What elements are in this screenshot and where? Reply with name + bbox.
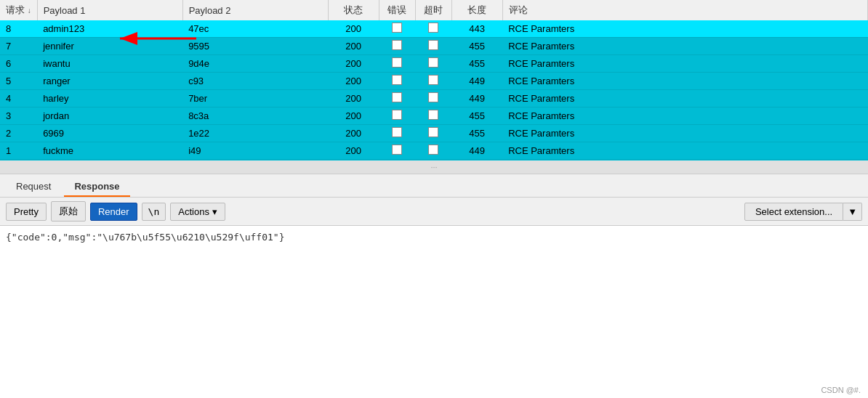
- col-header-status[interactable]: 状态: [328, 0, 379, 20]
- table-cell: 47ec: [182, 20, 328, 38]
- table-cell[interactable]: [415, 55, 451, 73]
- table-cell[interactable]: [379, 90, 415, 107]
- checkbox[interactable]: [428, 127, 438, 137]
- table-cell: 233f: [182, 160, 328, 161]
- table-cell: 455: [451, 107, 502, 125]
- checkbox[interactable]: [392, 40, 402, 50]
- table-cell[interactable]: [379, 107, 415, 125]
- table-cell: 455: [451, 55, 502, 73]
- table-cell[interactable]: [415, 90, 451, 107]
- checkbox[interactable]: [392, 23, 402, 33]
- table-cell: jennifer: [37, 38, 182, 55]
- bottom-tabs: Request Response: [0, 174, 868, 197]
- checkbox[interactable]: [428, 57, 438, 68]
- checkbox[interactable]: [392, 110, 402, 120]
- table-cell[interactable]: [415, 107, 451, 125]
- table-cell: harley: [37, 90, 182, 107]
- tab-response[interactable]: Response: [64, 177, 129, 197]
- table-cell[interactable]: [415, 142, 451, 160]
- table-cell: RCE Paramters: [502, 73, 867, 90]
- main-container: 请求 ↓ Payload 1 Payload 2 状态: [0, 0, 868, 398]
- checkbox[interactable]: [392, 92, 402, 102]
- checkbox[interactable]: [392, 75, 402, 85]
- table-cell[interactable]: [379, 160, 415, 161]
- table-cell: 200: [328, 142, 379, 160]
- checkbox[interactable]: [428, 40, 438, 50]
- checkbox[interactable]: [392, 57, 402, 68]
- table-cell: 7ber: [182, 90, 328, 107]
- checkbox[interactable]: [428, 92, 438, 102]
- table-cell: 6969: [37, 125, 182, 142]
- table-cell: 200: [328, 125, 379, 142]
- table-cell: RCE Paramters: [502, 90, 867, 107]
- checkbox[interactable]: [428, 75, 438, 85]
- actions-dropdown-arrow: ▾: [212, 206, 217, 217]
- content-area: {"code":0,"msg":"\u767b\u5f55\u6210\u529…: [0, 225, 868, 398]
- table-cell: 443: [451, 20, 502, 38]
- backslash-button[interactable]: \n: [142, 203, 166, 221]
- pretty-button[interactable]: Pretty: [6, 203, 47, 221]
- render-button[interactable]: Render: [90, 203, 137, 221]
- col-header-request[interactable]: 请求 ↓: [0, 0, 37, 20]
- table-cell[interactable]: [379, 55, 415, 73]
- table-cell[interactable]: [379, 142, 415, 160]
- table-cell[interactable]: [415, 38, 451, 55]
- raw-button[interactable]: 原始: [51, 201, 86, 222]
- table-row[interactable]: 3jordan8c3a200455RCE Paramters: [0, 107, 868, 125]
- sort-arrow-request: ↓: [28, 7, 31, 15]
- checkbox[interactable]: [428, 145, 438, 155]
- table-cell: 0: [0, 160, 37, 161]
- col-header-payload1[interactable]: Payload 1: [37, 0, 182, 20]
- table-cell: ranger: [37, 73, 182, 90]
- table-row[interactable]: 1fuckmei49200449RCE Paramters: [0, 142, 868, 160]
- table-row[interactable]: 7jennifer9595200455RCE Paramters: [0, 38, 868, 55]
- table-cell: 455: [451, 38, 502, 55]
- table-cell: RCE Paramters: [502, 20, 867, 38]
- table-cell: 455: [451, 160, 502, 161]
- table-row[interactable]: 6iwantu9d4e200455RCE Paramters: [0, 55, 868, 73]
- table-cell: 449: [451, 73, 502, 90]
- table-cell: iwantu: [37, 55, 182, 73]
- table-cell: 5: [0, 73, 37, 90]
- table-cell: RCE Paramters: [502, 55, 867, 73]
- response-content: {"code":0,"msg":"\u767b\u5f55\u6210\u529…: [6, 232, 285, 243]
- table-cell[interactable]: [415, 20, 451, 38]
- col-header-timeout[interactable]: 超时: [415, 0, 451, 20]
- table-cell[interactable]: [415, 73, 451, 90]
- table-cell: RCE Paramters: [502, 125, 867, 142]
- table-row[interactable]: 0pass233f200455RCE Paramters: [0, 160, 868, 161]
- col-header-comment[interactable]: 评论: [502, 0, 867, 20]
- checkbox[interactable]: [428, 23, 438, 33]
- select-extension-dropdown[interactable]: ▼: [843, 203, 862, 221]
- table-cell[interactable]: [379, 73, 415, 90]
- table-cell: 200: [328, 90, 379, 107]
- table-cell[interactable]: [379, 38, 415, 55]
- table-cell: 200: [328, 73, 379, 90]
- col-header-payload2[interactable]: Payload 2: [182, 0, 328, 20]
- table-cell: fuckme: [37, 142, 182, 160]
- col-header-length[interactable]: 长度: [451, 0, 502, 20]
- table-row[interactable]: 5rangerc93200449RCE Paramters: [0, 73, 868, 90]
- tab-request[interactable]: Request: [6, 177, 61, 197]
- table-wrapper[interactable]: 请求 ↓ Payload 1 Payload 2 状态: [0, 0, 868, 161]
- table-cell: RCE Paramters: [502, 142, 867, 160]
- table-cell: 449: [451, 90, 502, 107]
- table-row[interactable]: 4harley7ber200449RCE Paramters: [0, 90, 868, 107]
- table-cell[interactable]: [379, 125, 415, 142]
- actions-button[interactable]: Actions ▾: [170, 203, 225, 221]
- checkbox[interactable]: [428, 110, 438, 120]
- table-cell: RCE Paramters: [502, 107, 867, 125]
- table-cell: jordan: [37, 107, 182, 125]
- table-cell: 9d4e: [182, 55, 328, 73]
- table-cell: 3: [0, 107, 37, 125]
- select-extension-button[interactable]: Select extension...: [744, 203, 843, 221]
- table-row[interactable]: 269691e22200455RCE Paramters: [0, 125, 868, 142]
- checkbox[interactable]: [392, 145, 402, 155]
- table-cell[interactable]: [379, 20, 415, 38]
- dropdown-arrow-icon: ▼: [848, 206, 857, 217]
- checkbox[interactable]: [392, 127, 402, 137]
- col-header-error[interactable]: 错误: [379, 0, 415, 20]
- table-cell[interactable]: [415, 125, 451, 142]
- table-row[interactable]: 8admin12347ec200443RCE Paramters: [0, 20, 868, 38]
- table-cell[interactable]: [415, 160, 451, 161]
